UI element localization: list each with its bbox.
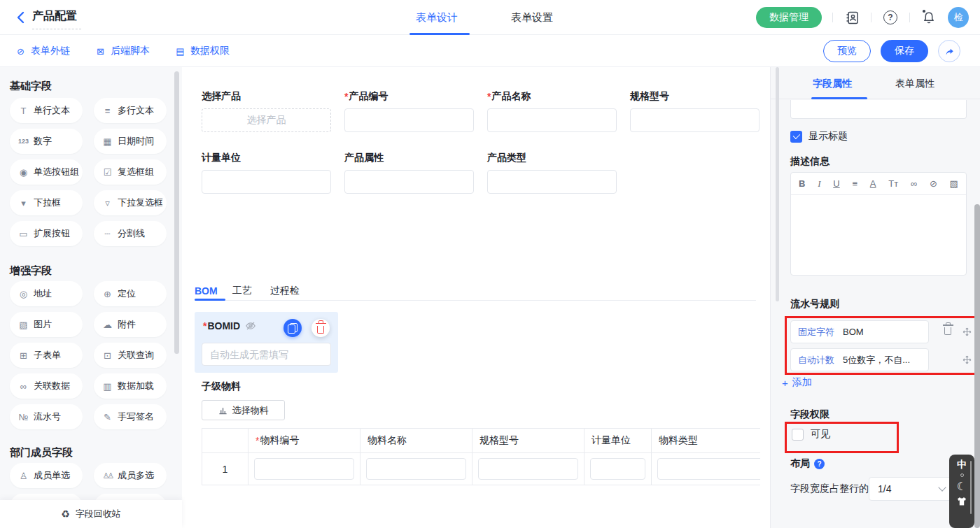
align-icon[interactable]: ≡: [852, 178, 858, 189]
sidebar-item-linked-data[interactable]: ∞关联数据: [10, 373, 83, 399]
canvas-scrollbar[interactable]: [776, 67, 779, 301]
tab-form-settings[interactable]: 表单设置: [511, 0, 553, 35]
sidebar-item-number[interactable]: 123数字: [10, 129, 83, 154]
bold-icon[interactable]: B: [799, 178, 805, 189]
richtext-editor-area[interactable]: [791, 195, 966, 275]
subtab-bom[interactable]: BOM: [195, 285, 218, 297]
back-button[interactable]: [14, 10, 29, 25]
form-field-product-attr[interactable]: 产品属性: [344, 151, 474, 194]
language-icon[interactable]: 中: [957, 459, 967, 469]
sidebar-item-address[interactable]: ◎地址: [10, 281, 83, 306]
spec-model-cell-input[interactable]: [478, 458, 578, 480]
tab-form-design[interactable]: 表单设计: [416, 0, 458, 35]
insert-image-icon[interactable]: ▧: [950, 178, 958, 189]
sidebar-item-divider-line[interactable]: ┄分割线: [94, 221, 167, 246]
field-width-select[interactable]: 1/4: [869, 477, 954, 501]
panel-tab-form-props[interactable]: 表单属性: [895, 67, 934, 99]
sidebar-item-data-load[interactable]: ▥数据加载: [94, 373, 167, 399]
selected-field-card-bomid[interactable]: * BOMID: [195, 312, 338, 373]
sidebar-item-subform[interactable]: ⊞子表单: [10, 343, 83, 368]
product-name-input[interactable]: [487, 108, 617, 132]
help-icon[interactable]: ?: [882, 9, 899, 26]
sidebar-item-extend-button[interactable]: ▭扩展按钮: [10, 221, 83, 246]
contact-book-icon[interactable]: [844, 9, 860, 26]
visible-checkbox[interactable]: [792, 429, 804, 441]
font-size-icon[interactable]: Tᴛ: [888, 178, 898, 189]
serial-rule-fixed[interactable]: 固定字符 BOM: [790, 320, 929, 343]
copy-field-button[interactable]: [284, 319, 302, 337]
delete-field-button[interactable]: [312, 319, 330, 337]
backend-script-label: 后端脚本: [111, 45, 150, 57]
unlink-icon[interactable]: ⊘: [930, 178, 937, 189]
people-icon: ♙♙: [102, 472, 113, 480]
subtab-craft[interactable]: 工艺: [232, 285, 252, 297]
rule-delete-button[interactable]: [944, 324, 951, 337]
sidebar-item-member-single[interactable]: ♙成员单选: [10, 463, 83, 488]
underline-icon[interactable]: U: [833, 178, 839, 189]
sidebar-item-locate[interactable]: ⊕定位: [94, 281, 167, 306]
sidebar-item-dropdown[interactable]: ▾下拉框: [10, 190, 83, 215]
notification-bell-icon[interactable]: [920, 9, 937, 26]
sidebar-item-attachment[interactable]: ☁附件: [94, 312, 167, 337]
product-attr-input[interactable]: [344, 170, 474, 194]
sidebar-item-multi-line-text[interactable]: ≡多行文本: [94, 98, 167, 123]
preview-button[interactable]: 预览: [823, 40, 871, 62]
select-product-trigger[interactable]: 选择产品: [202, 108, 331, 132]
form-field-unit[interactable]: 计量单位: [202, 151, 331, 194]
page-scrollbar[interactable]: [974, 204, 980, 528]
panel-tab-field-props[interactable]: 字段属性: [813, 67, 852, 99]
sidebar-item-signature[interactable]: ✎手写签名: [94, 404, 167, 429]
sidebar-item-serial-number[interactable]: №流水号: [10, 404, 83, 429]
unit-cell-input[interactable]: [590, 458, 645, 480]
italic-icon[interactable]: I: [818, 178, 820, 190]
sidebar-item-single-line-text[interactable]: T单行文本: [10, 98, 83, 123]
material-code-input[interactable]: [254, 458, 354, 480]
sidebar-item-linked-query[interactable]: ⊡关联查询: [94, 343, 167, 368]
add-rule-button[interactable]: + 添加: [782, 376, 812, 389]
spec-model-input[interactable]: [630, 108, 760, 132]
backend-script-button[interactable]: ⊠ 后端脚本: [95, 45, 150, 57]
form-field-product-name[interactable]: *产品名称: [487, 90, 617, 132]
material-type-input[interactable]: [657, 458, 760, 480]
show-title-checkbox[interactable]: [790, 131, 802, 143]
serial-number-input[interactable]: [202, 343, 331, 366]
rule-move-handle[interactable]: [962, 355, 972, 364]
select-material-button[interactable]: 选择物料: [202, 400, 285, 420]
form-field-product-type[interactable]: 产品类型: [487, 151, 617, 194]
save-button[interactable]: 保存: [881, 40, 928, 62]
user-avatar[interactable]: 检: [948, 7, 969, 28]
sidebar-item-datetime[interactable]: ▦日期时间: [94, 129, 167, 154]
link-icon[interactable]: ∞: [911, 178, 917, 189]
product-code-input[interactable]: [344, 108, 474, 132]
material-name-input[interactable]: [366, 458, 466, 480]
serial-rule-auto-count[interactable]: 自动计数 5位数字，不自...: [790, 348, 929, 371]
sidebar-item-dropdown-multi[interactable]: ▿下拉复选框: [94, 190, 167, 215]
page-title[interactable]: 产品配置: [32, 9, 81, 29]
product-type-input[interactable]: [487, 170, 617, 194]
data-permission-button[interactable]: ▤ 数据权限: [175, 45, 230, 57]
layout-help-icon[interactable]: ?: [814, 459, 825, 469]
rule-type: 自动计数: [798, 354, 834, 366]
field-palette-sidebar: 基础字段 T单行文本 ≡多行文本 123数字 ▦日期时间 ◉单选按钮组 ☑复选框…: [0, 67, 182, 528]
form-field-select-product[interactable]: 选择产品 选择产品: [202, 90, 331, 132]
sidebar-item-checkbox-group[interactable]: ☑复选框组: [94, 159, 167, 185]
subtab-process-check[interactable]: 过程检: [270, 285, 300, 297]
required-star: *: [255, 435, 259, 446]
external-link-button[interactable]: ⊘ 表单外链: [15, 45, 70, 57]
field-recycle-bin[interactable]: ♻ 字段回收站: [0, 500, 182, 528]
sidebar-item-radio-group[interactable]: ◉单选按钮组: [10, 159, 83, 185]
theme-shirt-icon[interactable]: [956, 497, 967, 506]
share-button[interactable]: [938, 40, 960, 62]
dark-mode-icon[interactable]: ☾: [957, 481, 967, 492]
font-color-icon[interactable]: A: [870, 178, 876, 189]
unit-input[interactable]: [202, 170, 331, 194]
sidebar-item-image[interactable]: ▧图片: [10, 312, 83, 337]
rule-move-handle[interactable]: [962, 327, 972, 336]
title-input-partial[interactable]: [790, 100, 967, 119]
sidebar-scrollbar[interactable]: [174, 71, 179, 354]
data-manage-button[interactable]: 数据管理: [756, 7, 822, 28]
form-field-product-code[interactable]: *产品编号: [344, 90, 474, 132]
form-field-spec-model[interactable]: 规格型号: [630, 90, 760, 132]
back-chevron-icon: [14, 10, 29, 25]
sidebar-item-member-multi[interactable]: ♙♙成员多选: [94, 463, 167, 488]
